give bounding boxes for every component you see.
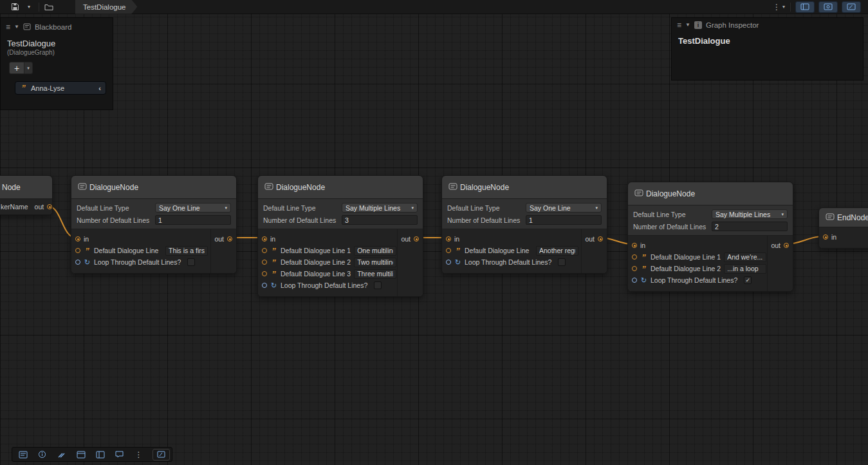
dialogue-node-2[interactable]: DialogueNode Default Line Type Say Multi… bbox=[257, 175, 423, 297]
dialogue-node-icon bbox=[264, 183, 272, 192]
dialogue-line-field[interactable] bbox=[724, 252, 766, 262]
out-port[interactable] bbox=[227, 236, 232, 242]
line-type-dropdown[interactable]: Say Multiple Lines ▾ bbox=[712, 209, 788, 219]
start-node[interactable]: Node kerName out bbox=[0, 175, 53, 215]
out-port-label: out bbox=[214, 235, 224, 243]
loop-checkbox[interactable] bbox=[558, 258, 566, 266]
dialogue-node-icon bbox=[78, 183, 85, 192]
dialogue-preview-button[interactable] bbox=[111, 449, 128, 460]
line-type-label: Default Line Type bbox=[263, 204, 342, 212]
loop-checkbox[interactable]: ✓ bbox=[744, 276, 752, 284]
line-count-field[interactable] bbox=[526, 215, 602, 225]
open-asset-button[interactable] bbox=[42, 1, 55, 13]
loop-checkbox[interactable] bbox=[187, 258, 195, 266]
line-count-field[interactable] bbox=[712, 222, 788, 231]
line-count-field[interactable] bbox=[155, 215, 231, 225]
in-port-label: in bbox=[84, 235, 89, 243]
dialogue-line-field[interactable] bbox=[724, 264, 766, 274]
out-port[interactable] bbox=[414, 236, 419, 242]
blackboard-item[interactable]: ” Anna-Lyse ‹ bbox=[15, 81, 106, 95]
line-type-label: Default Line Type bbox=[447, 204, 526, 212]
drag-handle-icon[interactable]: ≡ bbox=[6, 23, 10, 31]
out-port[interactable] bbox=[47, 204, 52, 209]
dialogue-line-port[interactable] bbox=[446, 248, 451, 253]
out-port-label: out bbox=[401, 235, 411, 243]
dialogue-line-port[interactable] bbox=[75, 248, 80, 253]
line-type-value: Say One Line bbox=[159, 204, 200, 212]
foldout-icon[interactable]: ▼ bbox=[14, 24, 19, 30]
dialogue-line-label: Default Dialogue Line 3 bbox=[281, 270, 351, 278]
end-node[interactable]: EndNode in bbox=[818, 207, 868, 249]
window-icon bbox=[77, 451, 86, 459]
node-header[interactable]: DialogueNode bbox=[442, 176, 607, 199]
dialogue-line-field[interactable] bbox=[354, 246, 396, 256]
dialogue-line-field[interactable] bbox=[354, 258, 396, 267]
line-count-field[interactable] bbox=[342, 215, 418, 225]
collapse-icon[interactable]: ‹ bbox=[98, 84, 101, 92]
preview-panel-icon bbox=[847, 3, 856, 10]
in-port[interactable] bbox=[446, 236, 451, 242]
preview-toggle-button[interactable] bbox=[842, 1, 861, 13]
node-header[interactable]: EndNode bbox=[819, 208, 868, 227]
more-icon: ⋮ bbox=[135, 451, 143, 459]
dialogue-node-1[interactable]: DialogueNode Default Line Type Say One L… bbox=[71, 175, 237, 274]
drag-handle-icon[interactable]: ≡ bbox=[677, 21, 681, 29]
line-type-dropdown[interactable]: Say One Line ▾ bbox=[526, 203, 602, 213]
breadcrumb[interactable]: TestDialogue bbox=[75, 0, 137, 14]
tools-button[interactable] bbox=[53, 449, 70, 460]
window-button[interactable] bbox=[72, 449, 89, 460]
code-panel-button[interactable] bbox=[152, 449, 170, 460]
loop-port[interactable] bbox=[632, 278, 637, 283]
save-dropdown-button[interactable]: ▾ bbox=[23, 1, 35, 13]
dialogue-node-icon bbox=[448, 183, 456, 192]
loop-port[interactable] bbox=[262, 283, 267, 288]
add-property-dropdown[interactable]: ▾ bbox=[24, 62, 33, 74]
node-header[interactable]: DialogueNode bbox=[258, 176, 423, 199]
foldout-icon[interactable]: ▼ bbox=[685, 23, 690, 28]
dialogue-line-port[interactable] bbox=[262, 248, 267, 253]
dialogue-line-port[interactable] bbox=[262, 271, 267, 276]
panel-title: Blackboard bbox=[35, 23, 72, 31]
dialogue-line-field[interactable] bbox=[536, 246, 578, 256]
dialogue-node-3[interactable]: DialogueNode Default Line Type Say One L… bbox=[441, 175, 607, 274]
in-port[interactable] bbox=[823, 234, 828, 240]
dialogue-node-4[interactable]: DialogueNode Default Line Type Say Multi… bbox=[627, 182, 793, 292]
in-port[interactable] bbox=[632, 243, 637, 248]
quote-icon: ” bbox=[270, 247, 277, 255]
more-menu-button[interactable]: ⋮ ▾ bbox=[771, 1, 787, 13]
line-type-value: Say Multiple Lines bbox=[346, 204, 400, 212]
inspector-button[interactable] bbox=[33, 449, 51, 460]
inspector-toggle-button[interactable] bbox=[818, 1, 838, 13]
in-port[interactable] bbox=[75, 236, 80, 242]
loop-checkbox[interactable] bbox=[374, 281, 382, 289]
dialogue-line-port[interactable] bbox=[632, 254, 637, 260]
in-port-label: in bbox=[454, 235, 459, 243]
dialogue-line-field[interactable] bbox=[354, 269, 396, 279]
quote-icon: ” bbox=[270, 258, 277, 267]
blackboard-graph-name: TestDialogue bbox=[1, 35, 113, 48]
line-type-dropdown[interactable]: Say One Line ▾ bbox=[155, 203, 231, 213]
node-header[interactable]: Node bbox=[0, 176, 52, 199]
loop-port[interactable] bbox=[75, 260, 80, 265]
blackboard-toggle-button[interactable] bbox=[795, 1, 815, 13]
dialogue-line-port[interactable] bbox=[262, 260, 267, 265]
inspector-graph-name: TestDialogue bbox=[672, 31, 863, 46]
end-node-icon bbox=[826, 213, 833, 222]
add-property-button[interactable]: + bbox=[9, 62, 24, 74]
node-title: Node bbox=[2, 183, 21, 192]
more-button[interactable]: ⋮ bbox=[130, 449, 147, 460]
blackboard-button[interactable] bbox=[91, 449, 109, 460]
console-button[interactable] bbox=[14, 449, 32, 460]
blackboard-icon bbox=[23, 21, 31, 33]
dialogue-line-field[interactable] bbox=[165, 246, 208, 256]
loop-port[interactable] bbox=[446, 260, 451, 265]
quote-icon: ” bbox=[640, 253, 647, 261]
out-port[interactable] bbox=[598, 236, 603, 242]
out-port[interactable] bbox=[784, 243, 789, 248]
in-port[interactable] bbox=[262, 236, 267, 242]
node-header[interactable]: DialogueNode bbox=[628, 182, 793, 205]
line-type-dropdown[interactable]: Say Multiple Lines ▾ bbox=[342, 203, 418, 213]
save-button[interactable] bbox=[8, 1, 21, 13]
dialogue-line-port[interactable] bbox=[632, 266, 637, 271]
node-header[interactable]: DialogueNode bbox=[71, 176, 236, 199]
